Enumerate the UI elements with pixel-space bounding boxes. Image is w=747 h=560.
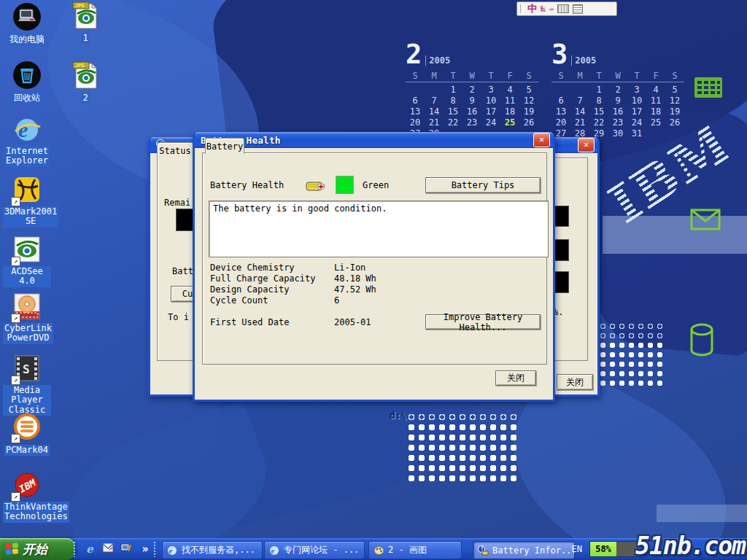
calendar-day-header: M [570,71,589,82]
acdsee-icon[interactable]: ↗ [12,236,42,265]
desktop-icon-internet-explorer[interactable]: e Internet Explorer [3,115,51,167]
calendar-day: 4 [646,85,665,96]
shortcut-arrow-icon: ↗ [11,257,20,266]
taskbar-grip[interactable] [73,541,76,557]
field-label: First Used Date [210,317,289,327]
ie-icon: e [167,545,178,556]
pen-icon[interactable]: ✑ [549,4,554,14]
show-desktop-icon[interactable] [120,542,133,556]
drag-handle-icon[interactable] [520,4,524,13]
desktop-icon-3dmark2001[interactable]: ↗ 3DMark2001 SE [3,176,51,228]
language-bar[interactable]: 中 ‰ ✑ [516,1,617,16]
menu-icon[interactable] [573,4,583,14]
desktop-icon-recycle-bin[interactable]: 回收站 [3,61,51,104]
calendar-february: 22005 SMTWTFS123456789101112131415161718… [406,40,541,139]
calendar-day-header: T [444,71,462,82]
dialog-titlebar[interactable]: Battery Health ✕ [195,132,553,148]
calendar-day: 10 [481,96,500,106]
powerdvd-icon[interactable]: ↗ [12,292,42,322]
task-button-server-not-found[interactable]: e 找不到服务器,... [162,541,263,559]
jpg-file-icon[interactable]: JPG [71,61,100,90]
battery-tips-button[interactable]: Battery Tips [425,177,541,193]
calendar-month: 2 [406,39,422,70]
tab-battery[interactable]: Battery [205,138,244,154]
shortcut-arrow-icon: ↗ [11,376,20,385]
dot-pattern [598,341,665,388]
recycle-bin-icon[interactable] [12,61,42,90]
calendar-day: 9 [462,96,481,106]
wallpaper-band [657,505,747,522]
calendar-grid: SMTWTFS123456789101112131415161718192021… [406,71,541,139]
field-value: 6 [334,295,339,306]
field-label: Full Charge Capacity [210,273,316,284]
desktop-icon-jpg-2[interactable]: JPG 2 [61,61,109,104]
icon-label: CyberLink PowerDVD [3,323,53,344]
pcmark-icon[interactable]: ↗ [12,413,42,442]
close-button[interactable]: ✕ [533,133,550,147]
desktop-icon-media-player-classic[interactable]: S ↗ Media Player Classic [3,354,51,416]
field-value: Li-Ion [334,262,365,273]
condition-textbox[interactable]: The battery is in good condition. [209,201,549,257]
calendar-day: 22 [589,117,608,128]
shortcut-arrow-icon: ↗ [11,197,20,206]
desktop-icon-pcmark04[interactable]: ↗ PCMark04 [3,413,51,456]
quicklaunch-chevron[interactable]: » [139,542,152,556]
calendar-grid: SMTWTFS123456789101112131415161718192021… [551,71,687,139]
jpg-file-icon[interactable]: JPG [71,1,100,30]
fullwidth-icon[interactable]: ‰ [541,4,546,14]
calendar-day: 26 [519,117,538,128]
desktop-icon-my-computer[interactable]: 我的电脑 [3,2,51,45]
calendar-day [665,128,684,139]
close-dialog-button[interactable]: 关闭 [495,370,536,386]
watermark: 51nb.com [635,532,746,560]
3dmark-icon[interactable]: ↗ [12,176,42,205]
calendar-day: 1 [444,85,462,96]
keyboard-icon[interactable] [557,4,569,13]
desktop-icon-acdsee[interactable]: ↗ ACDSee 4.0 [3,236,51,287]
close-button[interactable]: ✕ [578,138,595,152]
chinese-ime-icon[interactable]: 中 [527,2,537,15]
close-window-button[interactable]: 关闭 [557,374,593,390]
calendar-day: 7 [425,96,444,106]
grid-icon [694,77,722,98]
svg-text:JPG: JPG [75,63,85,69]
icon-label: Media Player Classic [3,385,51,416]
desktop-icon-jpg-1[interactable]: JPG 1 [61,1,109,44]
calendar-day: 11 [500,96,519,106]
icon-label: PCMark04 [4,445,50,456]
calendar-day: 3 [481,85,500,96]
calendar-day-header: T [481,71,500,82]
field-value: 47.52 Wh [334,284,376,295]
battery-health-dialog[interactable]: Battery Health ✕ Battery Battery Health … [193,132,555,402]
cylinder-icon [689,322,715,357]
calendar-day: 8 [589,96,608,106]
calendar-day: 24 [627,117,646,128]
quicklaunch-ie-icon[interactable]: e [83,542,96,556]
calendar-day: 18 [500,106,519,117]
task-label: 专门网论坛 - ... [284,544,359,556]
calendar-day: 2 [462,85,481,96]
start-button[interactable]: 开始 [0,538,74,560]
my-computer-icon[interactable] [12,2,42,31]
language-indicator[interactable]: EN [572,544,582,554]
task-button-paint[interactable]: 2 - 画图 [368,541,462,559]
taskbar-grip[interactable] [153,541,156,557]
desktop-icon-powerdvd[interactable]: ↗ CyberLink PowerDVD [3,292,51,344]
tray-battery-meter[interactable]: 58% [589,541,638,557]
svg-text:e: e [18,117,28,141]
quicklaunch-outlook-icon[interactable] [101,542,115,556]
field-value: 2005-01 [334,317,371,327]
tab-status[interactable]: Status [157,142,193,159]
task-button-forum[interactable]: e 专门网论坛 - ... [264,541,365,559]
svg-text:JPG: JPG [75,3,85,9]
calendar-day: 5 [665,85,684,96]
desktop-icon-thinkvantage[interactable]: IBM ↗ ThinkVantage Technologies [3,471,51,523]
media-player-classic-icon[interactable]: S ↗ [12,354,42,384]
thinkvantage-icon[interactable]: IBM ↗ [12,471,42,500]
improve-battery-health-button[interactable]: Improve Battery Health... [425,314,541,330]
battery-percent: 58% [590,542,616,556]
calendar-day [570,85,589,96]
task-button-battery-information[interactable]: ! Battery Infor... [473,541,575,559]
calendar-day: 20 [551,117,570,128]
internet-explorer-icon[interactable]: e [12,115,42,144]
